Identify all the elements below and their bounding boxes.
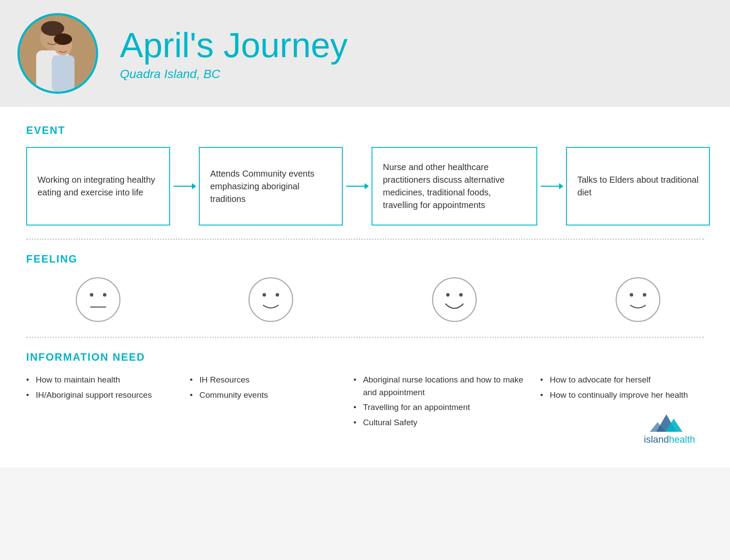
info-col-1: How to maintain health IH/Aboriginal sup… [26,374,190,450]
svg-point-13 [76,278,120,321]
event-box-4: Talks to Elders about traditional diet [566,147,710,225]
feeling-section: FEELING [26,253,704,324]
info-section: INFORMATION NEED How to maintain health … [26,351,704,450]
event-box-1: Working on integrating healthy eating an… [26,147,170,225]
svg-marker-10 [365,183,369,189]
logo-mountains-icon [644,410,695,434]
header: April's Journey Quadra Island, BC [0,0,730,107]
svg-point-18 [263,293,266,297]
svg-point-24 [630,293,633,297]
event-section: EVENT Working on integrating healthy eat… [26,124,704,225]
divider-2 [26,337,704,338]
info-list-2: IH Resources Community events [190,374,345,401]
info-list-1: How to maintain health IH/Aboriginal sup… [26,374,181,401]
event-text-4: Talks to Elders about traditional diet [577,174,699,199]
logo-name-part2: health [669,434,695,445]
info-col-3: Aboriginal nurse locations and how to ma… [353,374,540,450]
list-item: IH Resources [190,374,345,386]
feeling-face-2 [199,276,343,324]
event-text-2: Attends Community events emphasizing abo… [210,167,331,205]
info-col-4: How to advocate for herself How to conti… [540,374,704,450]
list-item: How to continually improve her health [540,389,695,402]
svg-rect-4 [52,55,75,92]
page-subtitle: Quadra Island, BC [120,67,348,81]
arrow-1 [173,180,196,193]
info-list-3: Aboriginal nurse locations and how to ma… [353,374,531,429]
page-title: April's Journey [120,26,348,65]
svg-point-21 [446,293,450,297]
info-col-2: IH Resources Community events [190,374,353,450]
feeling-face-4 [566,276,710,324]
header-text: April's Journey Quadra Island, BC [120,26,348,81]
list-item: Cultural Safety [353,417,531,429]
svg-point-20 [433,278,476,321]
feeling-row [26,276,704,324]
list-item: How to maintain health [26,374,181,386]
event-box-3: Nurse and other healthcare practitioners… [372,147,537,225]
event-flow: Working on integrating healthy eating an… [26,147,704,225]
info-grid: How to maintain health IH/Aboriginal sup… [26,374,704,450]
list-item: How to advocate for herself [540,374,695,386]
list-item: Community events [190,389,345,402]
logo-name: islandhealth [644,434,695,445]
arrow-2 [345,180,369,193]
feeling-label: FEELING [26,253,704,265]
svg-point-23 [616,278,660,321]
island-health-logo: islandhealth [644,410,695,445]
feeling-face-3 [372,276,537,324]
svg-point-14 [90,293,93,297]
logo-name-part1: island [644,434,669,445]
divider-1 [26,239,704,240]
event-label: EVENT [26,124,704,137]
svg-point-19 [276,293,279,297]
info-list-4: How to advocate for herself How to conti… [540,374,695,401]
list-item: IH/Aboriginal support resources [26,389,181,402]
avatar [17,13,98,94]
arrow-3 [540,180,563,193]
svg-point-17 [249,278,293,321]
logo-area: islandhealth [540,410,695,450]
event-text-1: Working on integrating healthy eating an… [38,174,159,199]
feeling-face-1 [26,276,170,324]
svg-point-15 [103,293,106,297]
list-item: Travelling for an appointment [353,401,531,414]
info-label: INFORMATION NEED [26,351,704,363]
main-content: EVENT Working on integrating healthy eat… [0,107,730,467]
list-item: Aboriginal nurse locations and how to ma… [353,374,531,399]
event-text-3: Nurse and other healthcare practitioners… [383,161,526,212]
svg-point-22 [459,293,463,297]
svg-marker-8 [192,183,196,189]
event-box-2: Attends Community events emphasizing abo… [199,147,343,225]
svg-point-25 [643,293,646,297]
svg-marker-12 [559,183,563,189]
